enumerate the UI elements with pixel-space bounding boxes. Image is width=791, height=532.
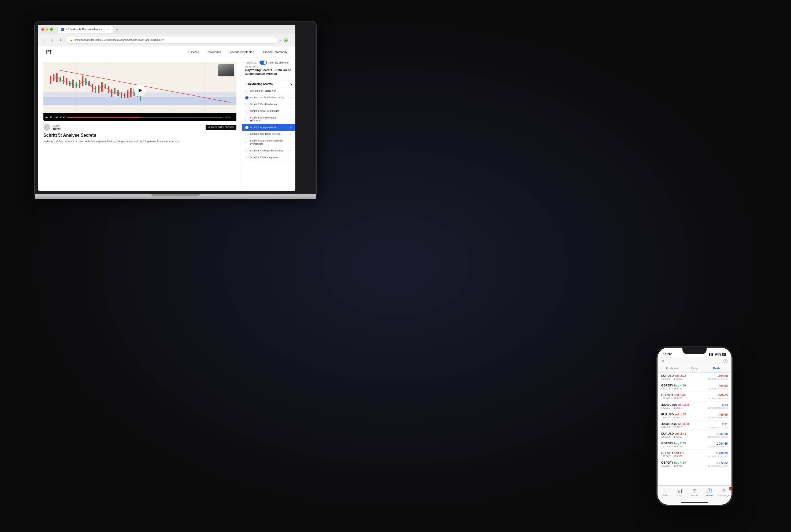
svg-rect-27 xyxy=(95,86,96,93)
nav-kursliste[interactable]: Kursliste xyxy=(188,51,199,54)
nav-handel[interactable]: ⊞ Handel xyxy=(687,488,702,497)
progress-fill xyxy=(67,117,140,118)
progress-bar[interactable] xyxy=(67,117,223,118)
play-pause-button[interactable]: ▶ xyxy=(45,116,48,119)
lesson-status-circle xyxy=(245,110,248,113)
volume-button[interactable]: 🔊 xyxy=(49,116,52,118)
nav-discord[interactable]: Discord Community xyxy=(262,51,287,54)
lesson-item-10[interactable]: Schritt 9: Einführung einer... xyxy=(242,154,295,161)
lesson-status-circle xyxy=(245,103,248,106)
trade-row-6[interactable]: .US30Cash sell 3.58 38742.4 → 38741.7 2.… xyxy=(658,421,732,431)
minimize-window-button[interactable] xyxy=(45,28,49,31)
laptop-screen: PT PT Lektion 6: Börsenzeiten & m... ✕ +… xyxy=(38,25,295,191)
phone-screen: 11:37 ▌▌▌ WiFi 92 ⚙ 🕐 Positionen Order D… xyxy=(658,348,732,505)
forward-button[interactable]: › xyxy=(49,37,56,43)
menu-icon[interactable]: ⋮ xyxy=(289,38,293,42)
chart-icon: 📊 xyxy=(677,488,683,494)
lesson-name: Schritt 6: Der Trade-Einstieg xyxy=(250,133,288,136)
refresh-button[interactable]: ↻ xyxy=(58,37,64,43)
course-label: DEIN KURS xyxy=(245,66,292,68)
svg-rect-24 xyxy=(85,78,87,85)
site-main: ▶ 🔊 9:47 / 10:41 1080p ⛶ xyxy=(38,58,242,191)
new-tab-button[interactable]: + xyxy=(116,27,118,32)
lesson-item-3[interactable]: Schritt 2: Das Fundament 14: xyxy=(242,101,295,108)
sidebar-section-header[interactable]: 1. Daytrading Secrets ∨ xyxy=(242,80,295,88)
nav-chart[interactable]: 📊 Chart xyxy=(672,488,687,497)
lesson-status-circle xyxy=(245,118,248,121)
lesson-duration: 18: xyxy=(289,118,292,120)
svg-rect-29 xyxy=(101,82,103,92)
nav-downloads[interactable]: Downloads xyxy=(206,51,221,54)
trade-info: EURUSD sell 2.41 1.08661 → 1.08161 xyxy=(661,432,708,438)
svg-rect-18 xyxy=(66,78,67,85)
lesson-item-7[interactable]: Schritt 6: Der Trade-Einstieg 07: xyxy=(242,131,295,138)
tab-close-button[interactable]: ✕ xyxy=(107,28,109,31)
close-window-button[interactable] xyxy=(41,28,44,31)
autoplay-label: AutoPlay aktivieren xyxy=(268,61,289,64)
history-icon[interactable]: 🕐 xyxy=(723,359,728,363)
tab-order[interactable]: Order xyxy=(683,365,706,372)
svg-rect-14 xyxy=(53,74,54,81)
lesson-description: In diesem Video zeige ich dir, wie du de… xyxy=(43,139,237,144)
next-lesson-button[interactable]: ⊕ NÄCHSTE LEKTION xyxy=(206,125,237,130)
bookmark-icon[interactable]: ☆ xyxy=(280,38,283,42)
phone-time: 11:37 xyxy=(663,352,672,356)
nav-einstellungen[interactable]: ⚙ Einstellungen 2 xyxy=(717,488,732,497)
back-button[interactable]: ‹ xyxy=(41,37,47,43)
trade-pnl: -499.50 xyxy=(708,413,728,416)
svg-rect-22 xyxy=(79,80,80,88)
lesson-item-5[interactable]: Schritt 4: Die wichtigsten Hilfsmittel 1… xyxy=(242,115,295,125)
trade-result: -509.03 2024.02.22 02:53:33 xyxy=(708,394,728,400)
lesson-item-2[interactable]: Schritt 1: So funktioniert Trading 03: xyxy=(242,95,295,101)
nav-historie[interactable]: 🕐 Historie xyxy=(702,488,717,497)
trade-date: 2024.02.22 09:05:00 xyxy=(708,407,728,409)
autoplay-toggle[interactable] xyxy=(260,61,267,64)
trade-row-1[interactable]: EURUSD sell 2.03 1.07836 → 1.08082 -499.… xyxy=(658,373,732,382)
trade-row-4[interactable]: .DE40Cash sell 11.5 17236.9 → 17236.4 6.… xyxy=(658,401,732,411)
fullscreen-window-button[interactable] xyxy=(50,28,53,31)
svg-rect-21 xyxy=(76,82,77,88)
play-button[interactable] xyxy=(134,85,146,96)
trade-row-2[interactable]: GBPJPY buy 4.06 189.316 → 189.133 -494.6… xyxy=(658,382,732,392)
address-bar[interactable]: 🔒 primetradingfx.de/lektion-6-Börsenzeit… xyxy=(67,36,278,44)
trade-row-8[interactable]: GBPJPY buy 2.03 190.041 → 190.786 1 004.… xyxy=(658,440,732,450)
lesson-duration: 12: xyxy=(289,141,292,144)
trade-row-10[interactable]: GBPJPY buy 4.94 190.600 → 190.988 1 272.… xyxy=(658,459,732,469)
fullscreen-button[interactable]: ⛶ xyxy=(232,116,234,118)
wifi-icon: WiFi xyxy=(715,353,721,356)
lesson-item-9[interactable]: Schritt 8: Strategie Backtesting 06: xyxy=(242,147,295,154)
lesson-item-6[interactable]: Schritt 5: Analyse Secrets 10: xyxy=(242,125,295,131)
filter-icon[interactable]: ⚙ xyxy=(661,359,665,363)
lesson-item-8[interactable]: Schritt 7: Die Geheimnisse der Profitabi… xyxy=(242,138,295,147)
back-button[interactable]: ‹ ZURÜCK xyxy=(245,61,257,64)
trade-row-3[interactable]: GBPJPY sell 3.48 189.985 → 190.205 -509.… xyxy=(658,392,732,401)
trade-result: -499.50 2024.02.22 09:19:49 xyxy=(708,413,728,419)
trade-date: 2024.02.23 18:31:02 xyxy=(708,455,728,457)
trade-row-7[interactable]: EURUSD sell 2.41 1.08661 → 1.08161 1 687… xyxy=(658,431,732,440)
lesson-name: Schritt 3: Chart Grundlagen xyxy=(250,110,292,113)
lesson-duration: 07: xyxy=(289,133,292,135)
tab-positionen[interactable]: Positionen xyxy=(661,365,683,372)
quality-selector[interactable]: 1080p xyxy=(224,116,230,118)
trade-price: 190.600 → 190.988 xyxy=(661,464,708,467)
browser-tab[interactable]: PT PT Lektion 6: Börsenzeiten & m... ✕ xyxy=(58,26,113,33)
signal-icon: ▌▌▌ xyxy=(709,353,714,356)
trade-row-5[interactable]: EURUSD sell 1.85 1.08230 → 1.08500 -499.… xyxy=(658,411,732,421)
lesson-item-1[interactable]: Willkommen [Starte hier] xyxy=(242,88,295,95)
einstellungen-icon: ⚙ xyxy=(722,488,726,494)
lesson-item-4[interactable]: Schritt 3: Chart Grundlagen xyxy=(242,108,295,115)
home-indicator xyxy=(681,502,708,503)
nav-label: Chart xyxy=(677,494,682,497)
site-content: ▶ 🔊 9:47 / 10:41 1080p ⛶ xyxy=(38,58,295,191)
browser-toolbar: ‹ › ↻ 🔒 primetradingfx.de/lektion-6-Börs… xyxy=(38,34,295,46)
trade-result: 1 268.29 2024.02.23 18:31:02 xyxy=(708,452,728,457)
nav-freunde[interactable]: Freunde empfehlen xyxy=(229,51,254,54)
trade-row-9[interactable]: GBPJPY sell 4.1 190.985 → 190.520 1 268.… xyxy=(658,450,732,459)
phone-app-header: ⚙ 🕐 xyxy=(658,357,732,365)
nav-preise[interactable]: ↕ Preise xyxy=(658,488,672,496)
tab-deals[interactable]: Deals xyxy=(705,365,728,372)
extensions-icon[interactable]: 🧩 xyxy=(284,38,288,42)
nav-label: Handel xyxy=(691,494,698,497)
video-player[interactable]: ▶ 🔊 9:47 / 10:41 1080p ⛶ xyxy=(43,62,237,121)
historie-icon: 🕐 xyxy=(706,488,712,494)
